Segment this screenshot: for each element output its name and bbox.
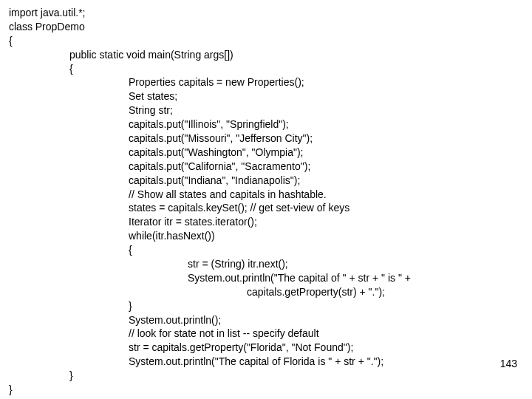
- code-line: }: [9, 369, 523, 383]
- code-line: System.out.println("The capital of Flori…: [9, 355, 523, 369]
- code-line: {: [9, 243, 523, 257]
- code-line: Properties capitals = new Properties();: [9, 75, 523, 89]
- code-line: import java.util.*;: [9, 6, 523, 20]
- code-line: System.out.println();: [9, 313, 523, 327]
- code-line: capitals.put("Illinois", "Springfield");: [9, 117, 523, 132]
- code-line: str = capitals.getProperty("Florida", "N…: [9, 341, 523, 355]
- code-line: capitals.put("Missouri", "Jefferson City…: [9, 132, 523, 146]
- code-line: }: [9, 299, 523, 313]
- code-line: capitals.put("Indiana", "Indianapolis");: [9, 174, 523, 188]
- code-line: while(itr.hasNext()): [9, 229, 523, 243]
- code-line: public static void main(String args[]): [9, 48, 523, 62]
- code-line: Set states;: [9, 89, 523, 103]
- code-line: System.out.println("The capital of " + s…: [9, 271, 523, 285]
- code-line: // Show all states and capitals in hasht…: [9, 188, 523, 202]
- code-line: capitals.put("Washington", "Olympia");: [9, 146, 523, 160]
- code-line: {: [9, 34, 523, 48]
- code-line: Iterator itr = states.iterator();: [9, 215, 523, 229]
- code-line: capitals.put("California", "Sacramento")…: [9, 160, 523, 174]
- code-line: states = capitals.keySet(); // get set-v…: [9, 201, 523, 215]
- code-line: }: [9, 383, 523, 397]
- page-number: 143: [500, 358, 517, 369]
- code-line: // look for state not in list -- specify…: [9, 327, 523, 341]
- code-line: class PropDemo: [9, 20, 523, 34]
- code-line: capitals.getProperty(str) + ".");: [9, 285, 523, 299]
- slide-page: import java.util.*; class PropDemo { pub…: [0, 0, 532, 399]
- code-line: str = (String) itr.next();: [9, 257, 523, 271]
- code-line: {: [9, 62, 523, 76]
- code-line: String str;: [9, 103, 523, 117]
